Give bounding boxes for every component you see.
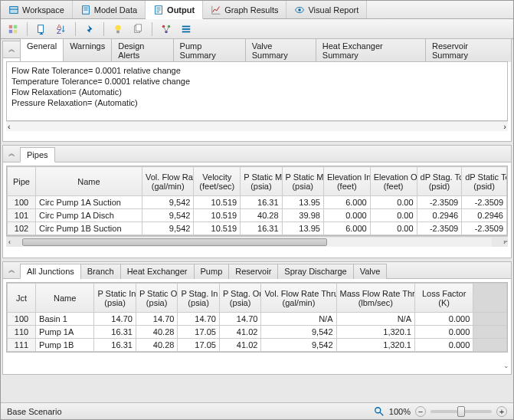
cell: 0.000 xyxy=(323,209,370,222)
col-header[interactable]: Name xyxy=(35,167,142,196)
light-button[interactable] xyxy=(110,21,126,37)
collapse-pipes-icon[interactable]: ︽ xyxy=(5,148,18,160)
cell: 9,542 xyxy=(261,326,336,339)
table-row[interactable]: 102Circ Pump 1B Suction9,54210.51916.311… xyxy=(8,222,507,235)
table-row[interactable]: 110Pump 1A16.3140.2817.0541.029,5421,320… xyxy=(8,326,507,339)
tab-graph-results[interactable]: Graph Results xyxy=(203,1,286,18)
col-header[interactable]: P Static In(psia) xyxy=(94,284,136,313)
cell: 0.000 xyxy=(414,313,473,326)
scroll-down-icon[interactable]: ⌄ xyxy=(503,236,509,244)
table-row[interactable]: 111Pump 1B16.3140.2817.0541.029,5421,320… xyxy=(8,339,507,352)
col-header[interactable]: P Static Max(psia) xyxy=(241,167,282,196)
subtab-branch[interactable]: Branch xyxy=(80,264,121,279)
cell: 14.70 xyxy=(94,313,136,326)
cell: 40.28 xyxy=(241,209,282,222)
col-header[interactable]: Vol. Flow Rate(gal/min) xyxy=(142,167,194,196)
svg-rect-23 xyxy=(182,28,191,30)
export-button[interactable] xyxy=(34,21,49,37)
scroll-down-icon[interactable]: ⌄ xyxy=(503,362,509,369)
collapse-general-icon[interactable]: ︽ xyxy=(5,44,18,56)
col-header[interactable]: Vol. Flow Rate Thru Jct(gal/min) xyxy=(261,284,336,313)
svg-point-25 xyxy=(375,407,381,412)
col-header[interactable]: Elevation Inlet(feet) xyxy=(323,167,370,196)
zoom-icon[interactable] xyxy=(374,406,385,417)
cell: 10.519 xyxy=(194,209,241,222)
col-header[interactable]: dP Static Total(psid) xyxy=(462,167,507,196)
cell: 9,542 xyxy=(261,339,336,352)
row-name: Pump 1A xyxy=(36,326,94,339)
col-header[interactable]: Loss Factor(K) xyxy=(414,284,473,313)
sort-button[interactable]: AZ xyxy=(54,21,69,37)
cell: 14.70 xyxy=(178,313,220,326)
col-header[interactable]: Pipe xyxy=(8,167,36,196)
cell: 9,542 xyxy=(142,196,194,209)
svg-rect-8 xyxy=(9,25,12,28)
hscroll-pipes[interactable]: ‹› xyxy=(6,236,508,247)
pin-button[interactable] xyxy=(82,21,97,37)
table-row[interactable]: 101Circ Pump 1A Disch9,54210.51940.2839.… xyxy=(8,209,507,222)
row-name: Pump 1B xyxy=(36,339,94,352)
svg-point-7 xyxy=(299,8,302,11)
svg-rect-22 xyxy=(182,25,191,27)
cell: 17.05 xyxy=(178,326,220,339)
col-header[interactable]: Elevation Outlet(feet) xyxy=(370,167,417,196)
col-spacer xyxy=(473,284,507,313)
tab-visual-report[interactable]: Visual Report xyxy=(286,1,367,18)
collapse-jct-icon[interactable]: ︽ xyxy=(5,264,18,277)
col-header[interactable]: P Stag. In(psia) xyxy=(178,284,220,313)
general-line: Pressure Relaxation= (Automatic) xyxy=(11,97,503,108)
subtab-pipes[interactable]: Pipes xyxy=(20,147,55,162)
col-header[interactable]: Name xyxy=(36,284,94,313)
row-id: 110 xyxy=(8,326,36,339)
hscroll-general[interactable]: ‹› xyxy=(6,121,508,131)
pipes-panel: ︽ Pipes PipeNameVol. Flow Rate(gal/min)V… xyxy=(2,145,512,258)
cell: 40.28 xyxy=(136,326,178,339)
refresh-button[interactable] xyxy=(5,21,21,37)
col-header[interactable]: P Static Out(psia) xyxy=(136,284,178,313)
col-header[interactable]: P Static Min(psia) xyxy=(282,167,323,196)
cell: 14.70 xyxy=(136,313,178,326)
col-header[interactable]: Jct xyxy=(8,284,36,313)
col-header[interactable]: Velocity(feet/sec) xyxy=(194,167,241,196)
col-header[interactable]: Mass Flow Rate Thru Jct(lbm/sec) xyxy=(336,284,414,313)
svg-rect-11 xyxy=(14,29,17,32)
list-button[interactable] xyxy=(178,21,194,37)
zoom-in-button[interactable]: + xyxy=(496,406,507,417)
tab-workspace[interactable]: Workspace xyxy=(1,1,73,18)
table-row[interactable]: 100Circ Pump 1A Suction9,54210.51916.311… xyxy=(8,196,507,209)
cell: 10.519 xyxy=(194,222,241,235)
tab-label: Visual Report xyxy=(308,5,358,15)
zoom-out-button[interactable]: − xyxy=(415,406,426,417)
general-line: Flow Relaxation= (Automatic) xyxy=(11,87,503,97)
output-toolbar: AZ xyxy=(1,19,513,39)
subtab-all-junctions[interactable]: All Junctions xyxy=(20,264,81,279)
svg-rect-10 xyxy=(9,29,12,32)
row-id: 111 xyxy=(8,339,36,352)
tab-output[interactable]: Output xyxy=(146,1,203,19)
row-id: 101 xyxy=(8,209,36,222)
cell: 0.00 xyxy=(370,222,417,235)
cell: 1,320.1 xyxy=(336,339,414,352)
structure-button[interactable] xyxy=(159,21,174,37)
subtab-pump[interactable]: Pump xyxy=(194,264,230,279)
cell: 10.519 xyxy=(194,196,241,209)
cell: 13.95 xyxy=(282,196,323,209)
col-header[interactable]: dP Stag. Total(psid) xyxy=(417,167,462,196)
svg-rect-0 xyxy=(10,6,18,13)
cell: 9,542 xyxy=(142,222,194,235)
subtab-heat-exchanger[interactable]: Heat Exchanger xyxy=(120,264,195,279)
tab-model-data[interactable]: Model Data xyxy=(73,1,146,18)
col-header[interactable]: P Stag. Out(psia) xyxy=(219,284,261,313)
copy-button[interactable] xyxy=(130,21,146,37)
cell: 40.28 xyxy=(136,339,178,352)
subtab-spray-discharge[interactable]: Spray Discharge xyxy=(277,264,353,279)
row-name: Circ Pump 1B Suction xyxy=(35,222,142,235)
table-row[interactable]: 100Basin 114.7014.7014.7014.70N/AN/A0.00… xyxy=(8,313,507,326)
zoom-slider[interactable] xyxy=(431,410,492,413)
subtab-reservoir[interactable]: Reservoir xyxy=(228,264,278,279)
cell: 6.000 xyxy=(323,196,370,209)
subtab-valve[interactable]: Valve xyxy=(353,264,388,279)
cell: 0.00 xyxy=(370,209,417,222)
row-id: 100 xyxy=(8,313,36,326)
row-name: Circ Pump 1A Suction xyxy=(35,196,142,209)
